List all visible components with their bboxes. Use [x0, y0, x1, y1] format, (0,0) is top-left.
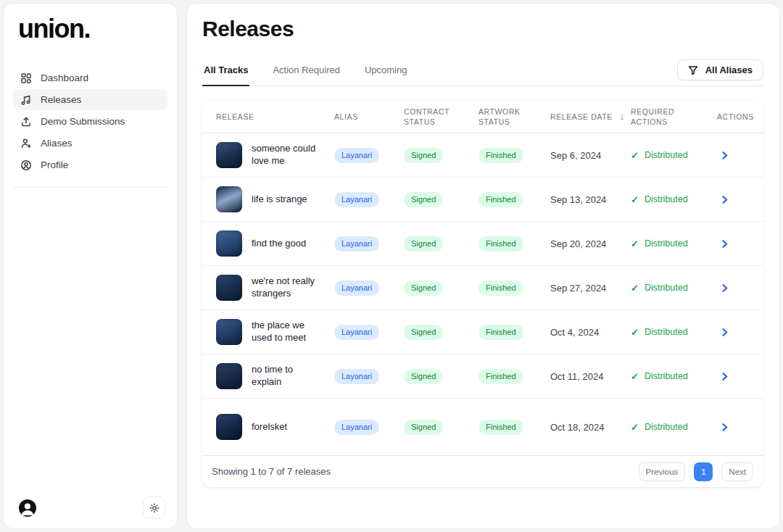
release-title: forelsket — [252, 421, 287, 433]
table-row[interactable]: life is strange Layanari Signed Finished… — [202, 178, 763, 222]
release-date: Sep 13, 2024 — [550, 194, 631, 205]
dashboard-grid-icon — [20, 72, 32, 84]
check-icon: ✓ — [631, 371, 639, 382]
tab-all-tracks[interactable]: All Tracks — [202, 60, 249, 86]
required-actions-status: Distributed — [645, 422, 688, 432]
funnel-filter-icon — [688, 65, 698, 75]
check-icon: ✓ — [631, 422, 639, 433]
table-body: someone could love me Layanari Signed Fi… — [202, 133, 763, 455]
alias-badge: Layanari — [334, 369, 379, 384]
sidebar-item-profile[interactable]: Profile — [13, 154, 167, 175]
release-artwork — [216, 230, 242, 257]
col-required-actions: REQUIRED ACTIONS — [631, 107, 717, 127]
sidebar-item-label: Dashboard — [41, 72, 88, 83]
music-note-icon — [20, 93, 32, 106]
previous-page-button[interactable]: Previous — [639, 462, 686, 481]
release-artwork — [216, 275, 242, 301]
release-date: Oct 11, 2024 — [550, 371, 631, 382]
page-title: Releases — [202, 17, 763, 41]
check-icon: ✓ — [631, 150, 639, 161]
pagination: Previous 1 Next — [639, 462, 753, 481]
current-page-button[interactable]: 1 — [694, 462, 713, 481]
releases-table: RELEASE ALIAS CONTRACT STATUS ARTWORK ST… — [202, 101, 763, 487]
upload-icon — [20, 115, 32, 128]
theme-toggle-button[interactable] — [143, 496, 165, 519]
table-row[interactable]: no time to explain Layanari Signed Finis… — [202, 354, 763, 399]
table-header: RELEASE ALIAS CONTRACT STATUS ARTWORK ST… — [202, 101, 763, 133]
required-actions-status: Distributed — [645, 283, 688, 293]
artwork-status-badge: Finished — [478, 325, 523, 340]
col-alias: ALIAS — [334, 112, 404, 122]
release-title: the place we used to meet — [252, 320, 320, 344]
required-actions-status: Distributed — [645, 238, 688, 249]
tab-action-required[interactable]: Action Required — [271, 60, 341, 86]
chevron-right-icon[interactable] — [717, 148, 732, 163]
alias-filter-label: All Aliases — [705, 65, 753, 75]
contract-status-badge: Signed — [404, 325, 443, 340]
col-contract-status: CONTRACT STATUS — [404, 107, 478, 127]
sidebar-item-label: Profile — [41, 159, 68, 170]
release-date: Oct 4, 2024 — [550, 327, 631, 338]
artwork-status-badge: Finished — [478, 192, 523, 207]
table-row[interactable]: find the good Layanari Signed Finished S… — [202, 222, 763, 266]
user-avatar[interactable] — [18, 499, 37, 518]
contract-status-badge: Signed — [404, 369, 443, 384]
chevron-right-icon[interactable] — [717, 280, 732, 296]
release-date: Sep 20, 2024 — [550, 238, 631, 249]
chevron-right-icon[interactable] — [717, 236, 732, 252]
contract-status-badge: Signed — [404, 148, 443, 163]
release-artwork — [216, 319, 242, 345]
alias-badge: Layanari — [334, 148, 379, 163]
release-title: find the good — [252, 238, 306, 250]
contract-status-badge: Signed — [404, 236, 443, 252]
artwork-status-badge: Finished — [478, 420, 523, 435]
artwork-status-badge: Finished — [478, 236, 523, 252]
results-summary: Showing 1 to 7 of 7 releases — [212, 466, 331, 477]
artwork-status-badge: Finished — [478, 280, 523, 296]
next-page-button[interactable]: Next — [721, 462, 753, 481]
sidebar-item-dashboard[interactable]: Dashboard — [13, 67, 167, 88]
table-row[interactable]: the place we used to meet Layanari Signe… — [202, 310, 763, 354]
user-alias-icon — [20, 137, 32, 149]
release-artwork — [216, 186, 242, 212]
sidebar-item-label: Aliases — [41, 138, 72, 149]
artwork-status-badge: Finished — [478, 148, 523, 163]
release-title: no time to explain — [252, 364, 320, 388]
artwork-status-badge: Finished — [478, 369, 523, 384]
check-icon: ✓ — [631, 283, 639, 294]
sidebar-item-label: Demo Submissions — [41, 116, 125, 127]
chevron-right-icon[interactable] — [717, 325, 732, 340]
required-actions-status: Distributed — [645, 150, 688, 160]
sidebar: union. Dashboard Releases — [3, 3, 178, 529]
table-row[interactable]: someone could love me Layanari Signed Fi… — [202, 133, 763, 178]
sidebar-item-demo-submissions[interactable]: Demo Submissions — [13, 111, 167, 132]
contract-status-badge: Signed — [404, 420, 443, 435]
app-logo: union. — [4, 4, 177, 44]
sidebar-item-label: Releases — [41, 94, 81, 105]
release-title: we're not really strangers — [252, 275, 320, 299]
alias-filter-button[interactable]: All Aliases — [677, 59, 763, 80]
sidebar-item-releases[interactable]: Releases — [13, 89, 167, 110]
user-circle-icon — [20, 159, 32, 171]
chevron-right-icon[interactable] — [717, 192, 732, 207]
required-actions-status: Distributed — [645, 194, 688, 204]
contract-status-badge: Signed — [404, 280, 443, 296]
alias-badge: Layanari — [334, 280, 379, 296]
table-row[interactable]: forelsket Layanari Signed Finished Oct 1… — [202, 399, 763, 455]
sidebar-item-aliases[interactable]: Aliases — [13, 133, 167, 154]
sort-desc-icon[interactable]: ↓ — [620, 110, 625, 123]
contract-status-badge: Signed — [404, 192, 443, 207]
chevron-right-icon[interactable] — [717, 369, 732, 384]
tab-upcoming[interactable]: Upcoming — [363, 60, 409, 86]
sidebar-divider — [13, 187, 167, 188]
col-artwork-status: ARTWORK STATUS — [478, 107, 550, 127]
table-row[interactable]: we're not really strangers Layanari Sign… — [202, 266, 763, 310]
col-actions: ACTIONS — [717, 112, 760, 122]
check-icon: ✓ — [631, 194, 639, 205]
table-footer: Showing 1 to 7 of 7 releases Previous 1 … — [202, 455, 763, 487]
release-artwork — [216, 142, 242, 168]
release-artwork — [216, 414, 242, 440]
chevron-right-icon[interactable] — [717, 420, 732, 435]
alias-badge: Layanari — [334, 236, 379, 252]
col-release-date[interactable]: RELEASE DATE ↓ — [550, 110, 631, 123]
